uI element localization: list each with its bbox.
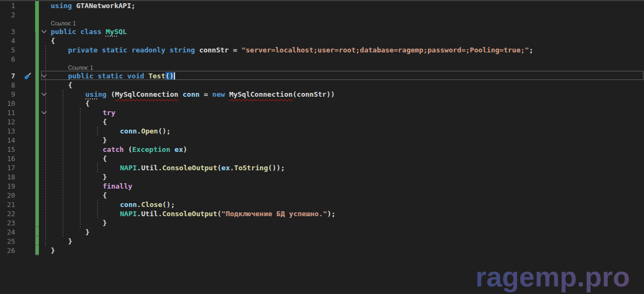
line-number[interactable]: 26 — [0, 246, 21, 255]
code-line[interactable]: NAPI.Util.ConsoleOutput("Подключение БД … — [49, 210, 644, 218]
code-token: } — [103, 136, 107, 144]
fold-chevron-down-icon[interactable] — [39, 92, 49, 96]
line-number[interactable]: 18 — [0, 173, 21, 181]
code-line[interactable]: { — [49, 81, 644, 89]
code-token: { — [85, 99, 90, 108]
line-number[interactable]: 23 — [0, 219, 21, 227]
code-line-row: 20{ — [0, 191, 644, 200]
change-tracking-bar — [35, 200, 39, 209]
code-line-row: 2 — [0, 10, 644, 19]
codelens-row: Ссылок: 1 — [0, 19, 644, 27]
fold-chevron-down-icon[interactable] — [39, 30, 49, 34]
code-line[interactable]: using (MySqlConnection conn = new MySqlC… — [49, 90, 644, 98]
code-editor: 1using GTANetworkAPI;2Ссылок: 13public c… — [0, 0, 644, 294]
code-line[interactable]: try — [49, 109, 644, 117]
code-token: { — [103, 155, 107, 163]
line-number[interactable]: 22 — [0, 210, 21, 218]
line-number[interactable]: 5 — [0, 46, 21, 54]
fold-chevron-down-icon[interactable] — [39, 74, 49, 78]
line-number[interactable]: 4 — [0, 37, 21, 45]
line-number[interactable]: 6 — [0, 55, 21, 63]
line-number[interactable]: 16 — [0, 155, 21, 163]
code-token: catch — [103, 145, 124, 153]
change-tracking-bar — [35, 182, 39, 191]
code-line[interactable]: } — [49, 219, 644, 227]
line-number[interactable]: 21 — [0, 201, 21, 209]
code-line-row: 13conn.Open(); — [0, 126, 644, 136]
code-token: MyS — [106, 28, 118, 36]
codelens-references[interactable]: Ссылок: 1 — [49, 65, 644, 71]
code-line[interactable]: private static readonly string connStr =… — [49, 46, 644, 54]
code-token: { — [51, 37, 55, 45]
code-line-row: 23} — [0, 218, 644, 228]
code-line-row: 14} — [0, 136, 644, 145]
code-line-row: 7public static void Test() — [0, 71, 644, 81]
code-line[interactable]: using GTANetworkAPI; — [49, 2, 644, 10]
code-token: GTANetworkAPI; — [76, 2, 136, 10]
code-line[interactable]: } — [49, 173, 644, 181]
line-number[interactable]: 9 — [0, 90, 21, 98]
line-number[interactable]: 25 — [0, 237, 21, 245]
code-token: ( — [217, 164, 222, 172]
code-token: } — [103, 219, 107, 227]
line-number[interactable]: 10 — [0, 99, 21, 108]
code-line[interactable]: finally — [49, 182, 644, 190]
code-token: { — [68, 81, 72, 89]
code-line-row: 6 — [0, 55, 644, 64]
code-token: ( — [106, 90, 115, 98]
code-line[interactable]: } — [49, 237, 644, 245]
code-token: private static readonly string — [68, 46, 199, 54]
codelens-references[interactable]: Ссылок: 1 — [49, 21, 644, 26]
line-number[interactable]: 13 — [0, 127, 21, 135]
line-number[interactable]: 14 — [0, 136, 21, 144]
code-line[interactable]: } — [49, 246, 644, 255]
code-token: } — [51, 246, 55, 255]
code-token: MySqlConnection — [229, 90, 292, 98]
code-line[interactable]: conn.Open(); — [49, 127, 644, 135]
code-token: ex — [222, 164, 230, 172]
code-line[interactable]: catch (Exception ex) — [49, 145, 644, 153]
code-token: Open — [141, 127, 158, 135]
code-token: public class — [51, 28, 106, 36]
code-line[interactable]: { — [49, 191, 644, 199]
code-token: = — [199, 90, 212, 98]
change-tracking-bar — [35, 145, 39, 154]
code-line[interactable]: public static void Test() — [49, 72, 644, 81]
line-number[interactable]: 2 — [0, 11, 21, 19]
line-number[interactable]: 20 — [0, 191, 21, 199]
line-number[interactable]: 19 — [0, 182, 21, 190]
code-token: conn — [120, 201, 137, 209]
code-token: public static void — [68, 72, 149, 80]
code-token: (); — [162, 201, 175, 209]
code-token: ); — [327, 210, 336, 218]
code-line[interactable]: } — [49, 136, 644, 144]
code-line[interactable]: { — [49, 118, 644, 126]
line-number[interactable]: 3 — [0, 28, 21, 36]
code-line[interactable]: public class MySQL — [49, 28, 644, 36]
code-line[interactable]: NAPI.Util.ConsoleOutput(ex.ToString()); — [49, 164, 644, 172]
code-token: Util — [141, 210, 158, 218]
code-token: Exception — [132, 145, 170, 153]
line-number[interactable]: 24 — [0, 228, 21, 236]
line-number[interactable]: 7 — [0, 72, 21, 80]
line-number[interactable]: 1 — [0, 2, 21, 10]
code-token: . — [137, 127, 141, 135]
line-number[interactable]: 17 — [0, 164, 21, 172]
change-tracking-bar — [35, 191, 39, 200]
code-line[interactable]: { — [49, 37, 644, 45]
quick-actions-screwdriver-icon[interactable] — [21, 71, 35, 81]
code-line[interactable]: conn.Close(); — [49, 201, 644, 209]
code-token: . — [137, 201, 141, 209]
fold-chevron-down-icon[interactable] — [39, 111, 49, 115]
line-number[interactable]: 8 — [0, 81, 21, 89]
code-line-row: 4{ — [0, 36, 644, 45]
line-number[interactable]: 15 — [0, 145, 21, 153]
line-number[interactable]: 11 — [0, 109, 21, 117]
code-token: . — [137, 164, 141, 172]
code-line[interactable]: } — [49, 228, 644, 236]
code-line-row: 11try — [0, 108, 644, 117]
change-tracking-bar — [35, 1, 39, 10]
line-number[interactable]: 12 — [0, 118, 21, 126]
code-line[interactable]: { — [49, 99, 644, 108]
code-line[interactable]: { — [49, 155, 644, 163]
